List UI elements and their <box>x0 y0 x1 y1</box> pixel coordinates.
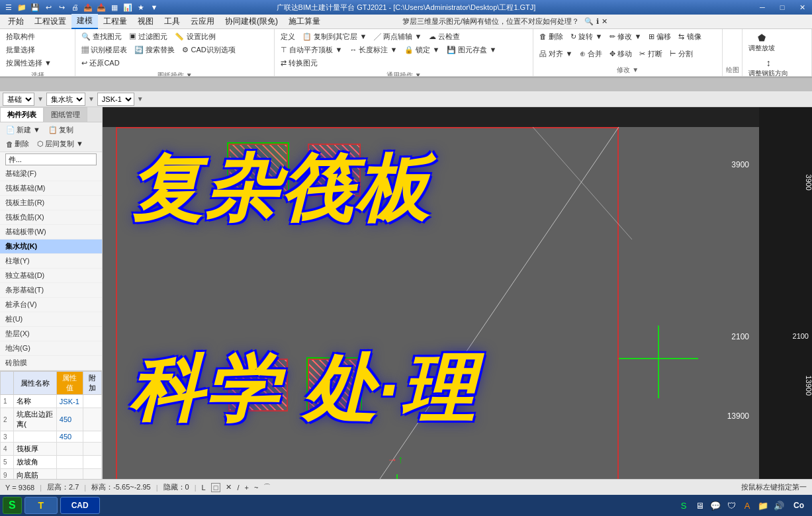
btn-convert-element[interactable]: ⇄ 转换图元 <box>277 57 321 69</box>
btn-identify-floor[interactable]: ▦ 识别楼层表 <box>78 44 130 56</box>
btn-move[interactable]: ✥ 移动 <box>606 48 635 60</box>
menu-sump[interactable]: 集水坑(K) <box>0 239 102 254</box>
tab-component-list[interactable]: 构件列表 <box>0 107 44 122</box>
menu-construction[interactable]: 施工算量 <box>283 15 326 28</box>
redo-icon[interactable]: ↪ <box>56 1 68 13</box>
btn-search-replace[interactable]: 🔄 搜索替换 <box>131 44 178 56</box>
menu-trench[interactable]: 地沟(G) <box>0 341 102 356</box>
btn-delete-component[interactable]: 🗑 删除 <box>3 138 32 150</box>
btn-select-by-attr[interactable]: 按属性选择 ▼ <box>3 57 55 69</box>
btn-break[interactable]: ✂ 打断 <box>636 48 665 60</box>
btn-adjust-rebar-dir[interactable]: ↕ 调整钢筋方向 <box>745 56 791 77</box>
btn-merge[interactable]: ⊕ 合并 <box>576 48 606 60</box>
menu-strip-foundation[interactable]: 条形基础(T) <box>0 283 102 298</box>
btn-find-element[interactable]: 🔍 查找图元 <box>78 30 125 43</box>
btn-length-mark[interactable]: ↔ 长度标注 ▼ <box>346 44 400 56</box>
maximize-button[interactable]: □ <box>772 0 792 15</box>
btn-mirror[interactable]: ⇆ 镜像 <box>675 30 704 43</box>
tray-chat-icon[interactable]: 💬 <box>709 499 722 512</box>
tab-drawing-mgmt[interactable]: 图纸管理 <box>44 107 87 122</box>
menu-raft-foundation[interactable]: 筏板基础(M) <box>0 181 102 196</box>
menu-column-pier[interactable]: 柱墩(Y) <box>0 254 102 269</box>
prop-val-5[interactable] <box>56 456 83 469</box>
snap-plus-btn[interactable]: + <box>244 484 248 492</box>
tray-volume-icon[interactable]: 🔊 <box>772 499 786 512</box>
save-icon[interactable]: 💾 <box>29 1 41 13</box>
menu-brick-film[interactable]: 砖胎膜 <box>0 356 102 370</box>
menu-raft-main-rebar[interactable]: 筏板主筋(R) <box>0 196 102 210</box>
question-search-icon[interactable]: 🔍 <box>584 17 594 26</box>
btn-split[interactable]: ⊢ 分割 <box>666 48 696 60</box>
menu-pile-cap[interactable]: 桩承台(V) <box>0 298 102 312</box>
snap-angle-btn[interactable]: / <box>237 484 239 492</box>
question-info-icon[interactable]: ℹ <box>596 17 599 26</box>
star-icon[interactable]: ★ <box>135 1 147 13</box>
open-icon[interactable]: 📁 <box>16 1 28 13</box>
taskbar-app-s[interactable]: S <box>3 497 22 514</box>
menu-cushion[interactable]: 垫层(X) <box>0 327 102 341</box>
snap-wave-btn[interactable]: ~ <box>254 484 258 492</box>
btn-inter-floor-copy[interactable]: ⬡ 层间复制 ▼ <box>34 138 87 150</box>
level-select[interactable]: 基础 <box>3 93 34 106</box>
import-icon[interactable]: 📥 <box>95 1 107 13</box>
undo-icon[interactable]: ↩ <box>42 1 54 13</box>
btn-restore-cad[interactable]: ↩ 还原CAD <box>78 57 122 69</box>
menu-icon[interactable]: ☰ <box>3 1 15 13</box>
export-icon[interactable]: 📤 <box>82 1 94 13</box>
snap-curve-btn[interactable]: ⌒ <box>263 482 271 492</box>
cad-viewport[interactable]: 3900 2100 13900 3900 2100 13900 复杂筏板 科学 … <box>103 107 812 479</box>
btn-cad-identify-options[interactable]: ⚙ CAD识别选项 <box>179 44 238 56</box>
menu-start[interactable]: 开始 <box>3 15 29 28</box>
chart-icon[interactable]: 📊 <box>122 1 134 13</box>
btn-offset[interactable]: ⊞ 偏移 <box>645 30 674 43</box>
taskbar-app-cad[interactable]: CAD <box>60 497 100 514</box>
btn-filter-element[interactable]: ▣ 过滤图元 <box>126 30 171 43</box>
btn-copy-to-floor[interactable]: 📋 复制到其它层 ▼ <box>299 30 370 43</box>
tray-folder-icon[interactable]: 📁 <box>756 499 770 512</box>
btn-rotate[interactable]: ↻ 旋转 ▼ <box>567 30 606 43</box>
btn-copy-component[interactable]: 📋 复制 <box>45 124 77 136</box>
menu-modeling[interactable]: 建模 <box>71 14 98 29</box>
snap-rect-btn[interactable]: □ <box>211 483 221 492</box>
close-button[interactable]: ✕ <box>792 0 812 15</box>
tray-monitor-icon[interactable]: 🖥 <box>693 499 706 512</box>
menu-foundation-belt[interactable]: 基础板带(W) <box>0 225 102 239</box>
taskbar-app-t[interactable]: T <box>24 497 58 514</box>
snap-x-btn[interactable]: ✕ <box>226 483 232 492</box>
btn-adjust-slope[interactable]: ⬟ 调整放坡 <box>745 30 778 55</box>
btn-delete[interactable]: 🗑 删除 <box>536 30 566 43</box>
menu-foundation-beam[interactable]: 基础梁(F) <box>0 167 102 181</box>
menu-pile[interactable]: 桩(U) <box>0 312 102 327</box>
btn-set-scale[interactable]: 📏 设置比例 <box>171 30 218 43</box>
btn-pick-element[interactable]: 拾取构件 <box>3 30 38 43</box>
btn-element-save[interactable]: 💾 图元存盘 ▼ <box>443 44 500 56</box>
item-select[interactable]: JSK-1 <box>97 93 134 106</box>
component-search-input[interactable] <box>5 153 97 165</box>
tray-shield-icon[interactable]: 🛡 <box>725 499 738 512</box>
question-close-icon[interactable]: ✕ <box>602 17 608 26</box>
grid-icon[interactable]: ▦ <box>109 1 120 13</box>
btn-align[interactable]: 品 对齐 ▼ <box>536 48 576 60</box>
btn-two-point-axis[interactable]: ╱ 两点辅轴 ▼ <box>371 30 425 43</box>
print-icon[interactable]: 🖨 <box>69 1 81 13</box>
menu-isolated-foundation[interactable]: 独立基础(D) <box>0 269 102 283</box>
btn-edit[interactable]: ✏ 修改 ▼ <box>606 30 645 43</box>
btn-define[interactable]: 定义 <box>277 30 298 43</box>
menu-raft-neg-rebar[interactable]: 筏板负筋(X) <box>0 210 102 225</box>
category-select[interactable]: 集水坑 <box>46 93 85 106</box>
btn-cloud-check[interactable]: ☁ 云检查 <box>426 30 463 43</box>
snap-line-btn[interactable]: L <box>202 484 206 492</box>
btn-batch-select[interactable]: 批量选择 <box>3 44 38 56</box>
minimize-button[interactable]: ─ <box>752 0 772 15</box>
menu-project-settings[interactable]: 工程设置 <box>29 15 71 28</box>
btn-new-component[interactable]: 📄 新建 ▼ <box>3 124 44 136</box>
dropdown-icon[interactable]: ▼ <box>148 1 160 13</box>
menu-view[interactable]: 视图 <box>132 15 159 28</box>
prop-val-2[interactable]: 450 <box>56 408 83 431</box>
menu-quantities[interactable]: 工程量 <box>98 15 132 28</box>
tray-a-icon[interactable]: A <box>741 499 754 512</box>
prop-val-3[interactable]: 450 <box>56 431 83 443</box>
prop-val-9[interactable] <box>56 469 83 480</box>
menu-tools[interactable]: 工具 <box>159 15 185 28</box>
prop-val-4[interactable] <box>56 443 83 456</box>
